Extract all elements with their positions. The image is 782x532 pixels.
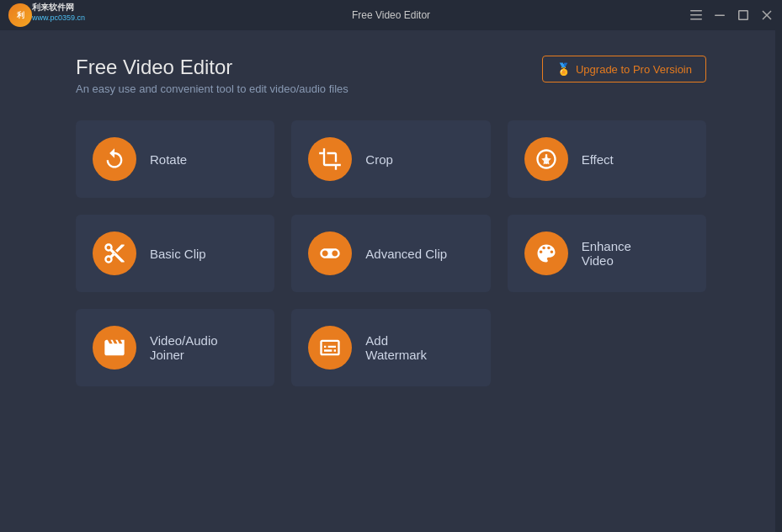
feature-card-advanced-clip[interactable]: Advanced Clip (291, 215, 490, 292)
menu-button[interactable] (688, 7, 705, 24)
crop-icon-wrapper (308, 137, 352, 181)
feature-card-add-watermark[interactable]: Add Watermark (291, 309, 490, 386)
features-row-2: Basic Clip Advanced Clip Enhance V (76, 215, 706, 292)
basic-clip-icon-wrapper (93, 231, 136, 275)
video-audio-joiner-label: Video/Audio Joiner (150, 333, 218, 362)
advanced-clip-label: Advanced Clip (365, 247, 447, 261)
feature-card-effect[interactable]: Effect (508, 120, 706, 198)
watermark-line2: www.pc0359.cn (32, 13, 85, 22)
add-watermark-icon-wrapper (308, 326, 352, 370)
film-icon (103, 336, 126, 359)
upgrade-label: Upgrade to Pro Versioin (576, 63, 692, 76)
title-bar: 利 利来软件网 www.pc0359.cn Free Video Editor (0, 0, 782, 30)
enhance-video-label: Enhance Video (582, 239, 631, 268)
enhance-video-icon-wrapper (524, 231, 568, 275)
svg-rect-1 (690, 14, 702, 16)
upgrade-icon: 🏅 (556, 62, 571, 76)
app-title: Free Video Editor (76, 56, 348, 79)
window-controls (688, 7, 775, 24)
window-title: Free Video Editor (352, 9, 430, 21)
app-subtitle: An easy use and convenient tool to edit … (76, 82, 348, 95)
add-watermark-label: Add Watermark (365, 333, 427, 362)
features-grid: Rotate Crop (76, 120, 706, 386)
features-row-3: Video/Audio Joiner Add Watermark (76, 309, 706, 386)
rotate-icon (103, 147, 126, 171)
scrollbar-track[interactable] (775, 30, 782, 532)
close-button[interactable] (758, 7, 775, 24)
svg-rect-2 (690, 19, 702, 20)
watermark: 利来软件网 www.pc0359.cn (32, 2, 85, 22)
video-audio-joiner-icon-wrapper (93, 326, 136, 370)
app-header: Free Video Editor An easy use and conven… (76, 56, 706, 95)
feature-card-rotate[interactable]: Rotate (76, 120, 274, 198)
maximize-button[interactable] (735, 7, 752, 24)
feature-card-crop[interactable]: Crop (291, 120, 490, 198)
effect-label: Effect (582, 152, 614, 167)
watermark-line1: 利来软件网 (32, 2, 85, 13)
crop-icon (318, 147, 342, 171)
svg-rect-3 (715, 15, 725, 17)
minimize-button[interactable] (711, 7, 728, 24)
advanced-clip-icon-wrapper (308, 231, 352, 275)
main-content: Free Video Editor An easy use and conven… (0, 30, 782, 412)
rotate-label: Rotate (150, 152, 187, 167)
app-title-section: Free Video Editor An easy use and conven… (76, 56, 348, 95)
palette-icon (535, 242, 558, 265)
basic-clip-label: Basic Clip (150, 247, 206, 261)
scissors-icon (103, 242, 126, 265)
upgrade-button[interactable]: 🏅 Upgrade to Pro Versioin (542, 56, 706, 82)
feature-card-video-audio-joiner[interactable]: Video/Audio Joiner (76, 309, 274, 386)
features-row-1: Rotate Crop (76, 120, 706, 198)
effect-icon (535, 147, 558, 171)
crop-label: Crop (365, 152, 393, 167)
watermark-icon (318, 336, 342, 359)
feature-card-enhance-video[interactable]: Enhance Video (508, 215, 706, 292)
svg-rect-4 (739, 11, 748, 20)
feature-card-basic-clip[interactable]: Basic Clip (76, 215, 274, 292)
advanced-clip-icon (318, 242, 342, 265)
rotate-icon-wrapper (93, 137, 136, 181)
effect-icon-wrapper (524, 137, 568, 181)
app-logo: 利 (8, 3, 32, 27)
svg-rect-0 (690, 10, 702, 12)
